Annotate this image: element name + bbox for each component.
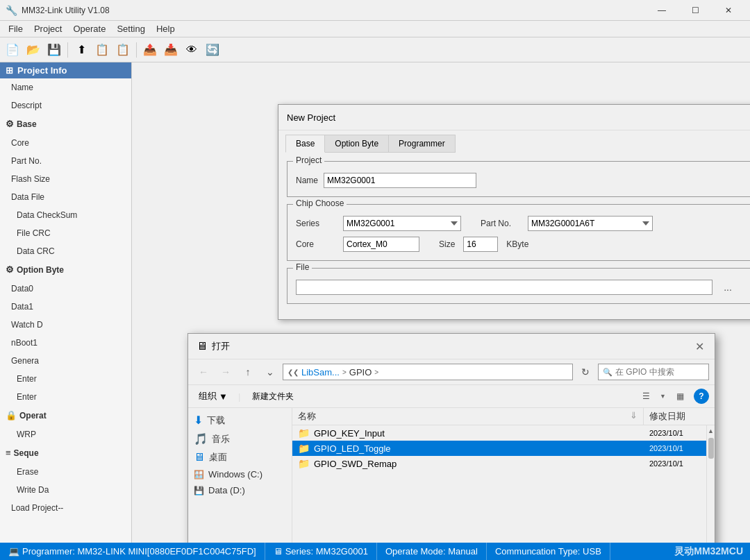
file-left-panel: ⬇ 下载 🎵 音乐 🖥 桌面 🪟 Windows (C:) [188,408,292,543]
left-item-music[interactable]: 🎵 音乐 [188,430,292,448]
scroll-thumb [708,438,714,459]
sidebar-item-datafile[interactable]: Data File [0,188,131,206]
scrollbar-header-space [706,408,715,425]
menu-setting[interactable]: Setting [111,22,150,35]
toolbar-view[interactable]: 👁 [182,40,201,60]
tab-base[interactable]: Base [285,135,325,153]
sidebar-item-watchd[interactable]: Watch D [0,316,131,334]
left-item-desktop[interactable]: 🖥 桌面 [188,448,292,466]
project-name-label: Name [296,176,318,185]
toolbar-refresh[interactable]: 🔄 [203,40,222,60]
file-list-header: 名称 ⇓ 修改日期 [292,408,715,425]
file-row-1[interactable]: 📁 GPIO_LED_Toggle 2023/10/1 [292,441,706,456]
sidebar-item-wrp[interactable]: WRP [0,425,131,443]
tab-option-byte[interactable]: Option Byte [324,135,389,153]
sidebar-item-erase[interactable]: Erase [0,463,131,481]
sidebar-item-genera[interactable]: Genera [0,352,131,370]
browse-button[interactable]: ... [718,280,738,295]
data-label: Data (D:) [208,485,245,495]
sidebar-item-writeda[interactable]: Write Da [0,481,131,499]
breadcrumb-libsam[interactable]: LibSam... [301,367,340,377]
nav-up-button[interactable]: ↑ [238,364,258,380]
nav-recent-button[interactable]: ⌄ [260,364,280,380]
nav-refresh-button[interactable]: ↻ [576,364,595,380]
file-list-scroll[interactable]: 📁 GPIO_KEY_Input 2023/10/1 📁 GPIO_LED_To… [292,425,706,543]
file-row-0[interactable]: 📁 GPIO_KEY_Input 2023/10/1 [292,425,706,441]
file-label-1: GPIO_LED_Toggle [314,443,391,454]
programmer-text: Programmer: MM32-LINK MINI[0880EF0DF1C00… [22,546,256,557]
partno-select[interactable]: MM32G0001A6T [528,216,653,231]
search-input[interactable] [615,367,704,377]
toolbar-upload[interactable]: ⬆ [72,40,91,60]
view-list-button[interactable]: ☰ [636,389,656,404]
organize-button[interactable]: 组织 ▼ [194,388,233,405]
sidebar-section-seque[interactable]: ≡Seque [0,443,131,463]
sidebar-item-core[interactable]: Core [0,134,131,152]
sidebar-section-base[interactable]: ⚙Base [0,114,131,134]
sidebar-item-nboot1[interactable]: nBoot1 [0,334,131,352]
close-button[interactable]: ✕ [712,0,744,21]
sidebar-item-data1[interactable]: Data1 [0,298,131,316]
file-list-body: 📁 GPIO_KEY_Input 2023/10/1 📁 GPIO_LED_To… [292,425,715,543]
toolbar-import[interactable]: 📥 [161,40,181,60]
series-select[interactable]: MM32G0001 [343,216,461,231]
core-label: Core [296,239,338,249]
col-name-header[interactable]: 名称 ⇓ [292,408,644,425]
sidebar-item-filecrc[interactable]: File CRC [0,224,131,242]
toolbar-copy1[interactable]: 📋 [92,40,112,60]
scroll-track [707,436,715,541]
app-icon: 🔧 [6,5,17,16]
nav-back-button[interactable]: ← [194,364,213,380]
music-icon: 🎵 [194,432,208,446]
file-path-input[interactable] [296,280,712,295]
dialog-title-text: New Project [287,112,335,123]
toolbar-new[interactable]: 📄 [3,40,22,60]
project-group: Project Name [287,161,750,197]
sidebar-item-enter1[interactable]: Enter [0,370,131,388]
sidebar-item-datacrc[interactable]: Data CRC [0,242,131,260]
toolbar-save[interactable]: 💾 [44,40,64,60]
search-icon: 🔍 [603,368,612,377]
series-text: Series: MM32G0001 [285,546,368,557]
toolbar-copy2[interactable]: 📋 [113,40,133,60]
menu-file[interactable]: File [3,22,28,35]
maximize-button[interactable]: ☐ [679,0,711,21]
toolbar-open[interactable]: 📂 [24,40,43,60]
sidebar-item-data0[interactable]: Data0 [0,280,131,298]
menu-operate[interactable]: Operate [67,22,111,35]
scroll-up-btn[interactable]: ▲ [707,425,715,436]
size-input[interactable] [463,237,498,252]
left-item-download[interactable]: ⬇ 下载 [188,411,292,430]
sidebar-section-optionbyte[interactable]: ⚙Option Byte [0,260,131,280]
core-input[interactable] [343,237,419,252]
menu-help[interactable]: Help [151,22,181,35]
minimize-button[interactable]: — [646,0,678,21]
left-item-windows[interactable]: 🪟 Windows (C:) [188,466,292,482]
file-group-title: File [293,262,312,272]
seque-icon: ≡ [6,446,11,461]
view-pane-button[interactable]: ▦ [670,389,690,404]
file-row-2[interactable]: 📁 GPIO_SWD_Remap 2023/10/1 [292,456,706,471]
sidebar-header: ⊞ Project Info [0,62,131,78]
file-dialog-close-button[interactable]: ✕ [692,339,706,353]
help-button[interactable]: ? [694,389,709,404]
sidebar-grid-icon: ⊞ [6,65,13,76]
sidebar-section-operat[interactable]: 🔒Operat [0,406,131,425]
sidebar-item-enter2[interactable]: Enter [0,388,131,406]
sidebar-item-name[interactable]: Name [0,78,131,96]
col-date-header[interactable]: 修改日期 [644,408,706,425]
nav-forward-button[interactable]: → [216,364,235,380]
menu-project[interactable]: Project [28,22,67,35]
toolbar-export[interactable]: 📤 [140,40,160,60]
project-name-input[interactable] [324,173,476,188]
sidebar-item-loadproject[interactable]: Load Project-- [0,499,131,517]
sidebar-item-flashsize[interactable]: Flash Size [0,170,131,188]
sidebar-item-datachecksum[interactable]: Data CheckSum [0,206,131,224]
new-folder-button[interactable]: 新建文件夹 [246,389,300,405]
sidebar-item-descript[interactable]: Descript [0,96,131,114]
scroll-down-btn[interactable]: ▼ [707,541,715,543]
tab-programmer[interactable]: Programmer [388,135,456,153]
left-item-data[interactable]: 💾 Data (D:) [188,482,292,498]
sidebar-item-partno[interactable]: Part No. [0,152,131,170]
series-icon: 🖥 [274,546,283,557]
